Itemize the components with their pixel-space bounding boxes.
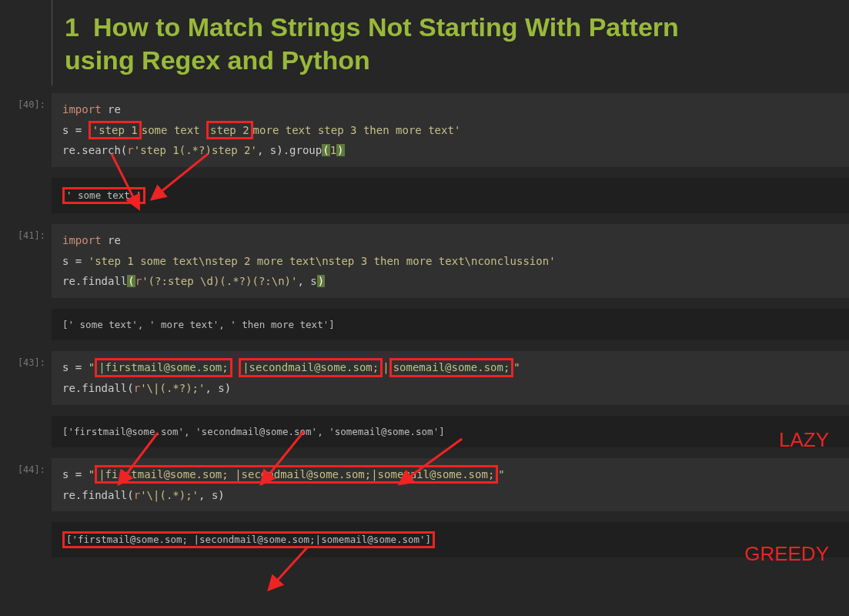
code-input[interactable]: s = "|firstmail@some.som; |secondmail@so… xyxy=(52,351,849,404)
highlight-box: ' some text ' xyxy=(62,187,145,204)
label-lazy: LAZY xyxy=(779,428,829,452)
highlight-box: somemail@some.som; xyxy=(389,358,514,377)
code-cell-43: [43]: s = "|firstmail@some.som; |secondm… xyxy=(0,351,849,458)
cell-prompt: [44]: xyxy=(0,458,52,557)
code-cell-44: [44]: s = "|firstmail@some.som; |secondm… xyxy=(0,458,849,557)
cell-output: [' some text', ' more text', ' then more… xyxy=(52,309,849,341)
code-input[interactable]: import re s = 'step 1 some text\nstep 2 … xyxy=(52,224,849,298)
cell-output: ['firstmail@some.som; |secondmail@some.s… xyxy=(52,522,849,557)
code-input[interactable]: import re s = 'step 1 some text step 2 m… xyxy=(52,93,849,167)
code-input[interactable]: s = "|firstmail@some.som; |secondmail@so… xyxy=(52,458,849,511)
highlight-box: |firstmail@some.som; xyxy=(95,358,232,377)
highlight-box: 'step 1 xyxy=(89,121,142,139)
markdown-heading-cell: 1How to Match Strings Not Starting With … xyxy=(0,0,849,93)
page-title: 1How to Match Strings Not Starting With … xyxy=(65,11,742,76)
cell-output: ' some text ' xyxy=(52,178,849,213)
heading-divider xyxy=(52,0,52,85)
cell-output: ['firstmail@some.som', 'secondmail@some.… xyxy=(52,416,849,448)
highlight-box: |secondmail@some.som; xyxy=(239,358,383,377)
label-greedy: GREEDY xyxy=(744,542,829,566)
highlight-box: ['firstmail@some.som; |secondmail@some.s… xyxy=(62,531,435,548)
code-cell-40: [40]: import re s = 'step 1 some text st… xyxy=(0,93,849,224)
code-cell-41: [41]: import re s = 'step 1 some text\ns… xyxy=(0,224,849,351)
cell-prompt: [43]: xyxy=(0,351,52,458)
cell-prompt: [41]: xyxy=(0,224,52,351)
cell-prompt: [40]: xyxy=(0,93,52,224)
highlight-box: |firstmail@some.som; |secondmail@some.so… xyxy=(95,465,498,484)
highlight-box: step 2 xyxy=(206,121,253,139)
